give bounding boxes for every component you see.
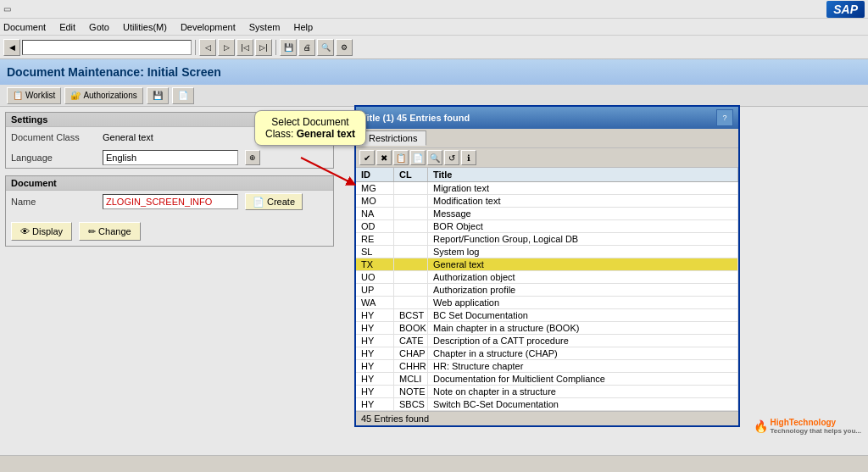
table-row[interactable]: HY SBCS Switch BC-Set Documentation	[356, 398, 738, 411]
table-row[interactable]: HY NOTE Note on chapter in a structure	[356, 386, 738, 398]
copy-sub-button[interactable]: 📄	[172, 87, 194, 104]
cell-cl	[394, 271, 428, 283]
back-button[interactable]: ◀	[3, 39, 20, 56]
cell-id: HY	[356, 309, 394, 321]
cell-id: MO	[356, 195, 394, 207]
cell-id: TX	[356, 258, 394, 270]
save-toolbar-button[interactable]: 💾	[280, 39, 297, 56]
worklist-button[interactable]: 📋 Worklist	[7, 87, 61, 104]
menu-goto[interactable]: Goto	[89, 22, 109, 32]
last-button[interactable]: ▷|	[255, 39, 272, 56]
table-body: MG Migration text MO Modification text N…	[356, 182, 738, 411]
settings-toolbar-button[interactable]: ⚙	[336, 39, 353, 56]
table-row[interactable]: RE Report/Function Group, Logical DB	[356, 233, 738, 246]
cell-title: Modification text	[428, 195, 738, 207]
result-table: ID CL Title MG Migration text MO Modific…	[356, 168, 738, 411]
cell-id: UP	[356, 284, 394, 296]
table-row[interactable]: NA Message	[356, 208, 738, 220]
table-row[interactable]: TX General text	[356, 258, 738, 271]
menu-utilities[interactable]: Utilities(M)	[123, 22, 167, 32]
command-input[interactable]	[22, 40, 192, 55]
cell-cl	[394, 195, 428, 207]
next-button[interactable]: ▷	[218, 39, 235, 56]
ht-icon: 🔥	[754, 419, 768, 433]
language-input[interactable]	[103, 150, 238, 165]
create-button[interactable]: 📄 Create	[245, 193, 303, 210]
restrictions-tab[interactable]: Restrictions	[359, 130, 426, 146]
table-row[interactable]: HY BCST BC Set Documentation	[356, 309, 738, 322]
worklist-label: Worklist	[25, 91, 55, 100]
cell-cl: CHHR	[394, 360, 428, 372]
table-row[interactable]: HY CHAP Chapter in a structure (CHAP)	[356, 347, 738, 360]
create-icon: 📄	[253, 197, 264, 208]
menu-edit[interactable]: Edit	[59, 22, 75, 32]
minimize-icon[interactable]: ▭	[3, 4, 11, 14]
prev-button[interactable]: ◁	[199, 39, 216, 56]
cell-id: HY	[356, 347, 394, 359]
page-title-bar: Document Maintenance: Initial Screen	[0, 59, 868, 85]
deselect-button[interactable]: ✖	[376, 150, 392, 165]
change-button[interactable]: ✏ Change	[79, 222, 141, 241]
cell-title: BOR Object	[428, 220, 738, 232]
col-id: ID	[356, 168, 394, 181]
table-row[interactable]: MG Migration text	[356, 182, 738, 195]
save-sub-button[interactable]: 💾	[147, 87, 169, 104]
table-row[interactable]: SL System log	[356, 246, 738, 258]
table-row[interactable]: OD BOR Object	[356, 220, 738, 233]
table-row[interactable]: UO Authorization object	[356, 271, 738, 284]
refresh-button[interactable]: ↺	[444, 150, 459, 165]
first-button[interactable]: |◁	[236, 39, 253, 56]
select-all-button[interactable]: ✔	[359, 150, 375, 165]
ht-logo: 🔥 HighTechnology Technology that helps y…	[754, 418, 861, 435]
cell-title: Main chapter in a structure (BOOK)	[428, 322, 738, 334]
menu-system[interactable]: System	[249, 22, 281, 32]
menu-document[interactable]: Document	[3, 22, 46, 32]
table-row[interactable]: HY MCLI Documentation for Multiclient Co…	[356, 373, 738, 386]
cell-cl: SBCS	[394, 398, 428, 410]
left-panel: Settings Document Class General text ▼ L…	[5, 112, 334, 450]
col-title: Title	[428, 168, 738, 181]
cell-id: HY	[356, 335, 394, 347]
authorizations-button[interactable]: 🔐 Authorizations	[64, 87, 142, 104]
dialog-help-button[interactable]: ?	[716, 109, 733, 126]
menu-bar: Document Edit Goto Utilities(M) Developm…	[0, 19, 868, 36]
table-row[interactable]: WA Web application	[356, 297, 738, 309]
tooltip-line1: Select Document	[265, 116, 355, 128]
table-row[interactable]: HY BOOK Main chapter in a structure (BOO…	[356, 322, 738, 335]
cell-title: HR: Structure chapter	[428, 360, 738, 372]
cell-cl: MCLI	[394, 373, 428, 385]
cell-title: Description of a CATT procedure	[428, 335, 738, 347]
menu-help[interactable]: Help	[293, 22, 313, 32]
create-label: Create	[267, 197, 295, 207]
status-bar	[0, 455, 868, 472]
find-button[interactable]: 🔍	[317, 39, 334, 56]
dialog-footer: 45 Entries found	[356, 411, 738, 425]
cell-title: Note on chapter in a structure	[428, 386, 738, 397]
table-row[interactable]: HY CHHR HR: Structure chapter	[356, 360, 738, 373]
authorizations-icon: 🔐	[70, 91, 81, 100]
table-row[interactable]: MO Modification text	[356, 195, 738, 208]
dialog: Title (1) 45 Entries found ? Restriction…	[354, 105, 740, 427]
language-lookup-button[interactable]: ⊕	[245, 150, 260, 165]
paste-button[interactable]: 📄	[410, 150, 426, 165]
cell-cl: BOOK	[394, 322, 428, 334]
tooltip-line2: Class: General text	[265, 128, 355, 140]
cell-cl	[394, 297, 428, 308]
table-row[interactable]: HY CATE Description of a CATT procedure	[356, 335, 738, 347]
display-button[interactable]: 👁 Display	[11, 222, 72, 241]
dialog-title-bar: Title (1) 45 Entries found ?	[356, 107, 738, 129]
cell-title: General text	[428, 258, 738, 270]
cell-title: Message	[428, 208, 738, 219]
name-label: Name	[11, 197, 96, 207]
name-input[interactable]	[103, 194, 238, 209]
cell-id: HY	[356, 398, 394, 410]
document-group: Document Name 📄 Create 👁 Display	[5, 175, 334, 247]
cell-id: UO	[356, 271, 394, 283]
menu-development[interactable]: Development	[181, 22, 236, 32]
table-row[interactable]: UP Authorization profile	[356, 284, 738, 297]
info-button[interactable]: ℹ	[461, 150, 476, 165]
language-label: Language	[11, 153, 96, 163]
print-button[interactable]: 🖨	[298, 39, 315, 56]
find-dialog-button[interactable]: 🔍	[427, 150, 442, 165]
copy-button[interactable]: 📋	[393, 150, 409, 165]
